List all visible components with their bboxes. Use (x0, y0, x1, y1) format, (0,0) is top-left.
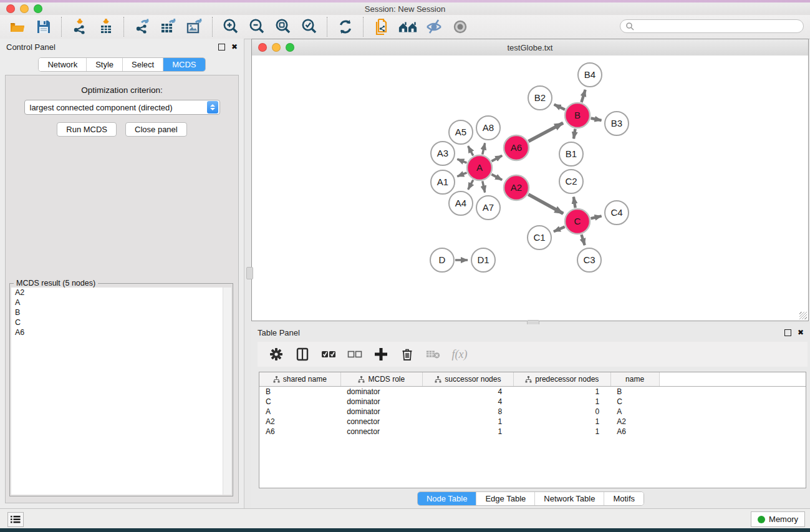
edge-A-A1[interactable] (457, 173, 466, 177)
import-table-button[interactable] (96, 17, 116, 37)
close-panel-icon[interactable]: ✖ (231, 44, 238, 50)
zoom-in-button[interactable] (221, 17, 241, 37)
table-row[interactable]: Cdominator41C (259, 397, 806, 407)
tab-motifs[interactable]: Motifs (604, 492, 644, 505)
clone-network-button[interactable] (372, 17, 392, 37)
table-cell[interactable]: 1 (513, 427, 610, 437)
edge-A-A2[interactable] (491, 174, 502, 180)
table-cell[interactable]: dominator (340, 387, 422, 397)
column-header-shared-name[interactable]: shared name (259, 372, 340, 387)
edge-C-C2[interactable] (574, 197, 576, 208)
window-resize-grip[interactable] (799, 312, 807, 319)
node-A3[interactable]: A3 (431, 142, 455, 165)
node-A2[interactable]: A2 (504, 175, 529, 200)
zoom-selected-button[interactable] (299, 17, 319, 37)
column-header-MCDS-role[interactable]: MCDS role (340, 372, 422, 387)
node-C4[interactable]: C4 (605, 201, 629, 225)
run-mcds-button[interactable]: Run MCDS (57, 122, 117, 137)
node-B2[interactable]: B2 (528, 86, 552, 110)
node-C1[interactable]: C1 (528, 226, 551, 249)
export-network-button[interactable] (132, 17, 152, 37)
tab-select[interactable]: Select (122, 58, 163, 71)
result-list-item[interactable]: A (11, 297, 231, 307)
node-D[interactable]: D (430, 248, 454, 272)
node-D1[interactable]: D1 (471, 248, 495, 272)
table-cell[interactable]: 4 (422, 387, 513, 397)
table-cell[interactable]: 1 (513, 417, 610, 427)
edge-C-C1[interactable] (554, 227, 565, 232)
vertical-splitter-handle[interactable] (246, 267, 253, 279)
table-cell[interactable]: A2 (610, 417, 659, 427)
node-B[interactable]: B (565, 103, 590, 128)
table-cell[interactable]: A (259, 407, 340, 417)
table-cell[interactable]: A2 (259, 417, 340, 427)
edge-B-B3[interactable] (591, 118, 602, 120)
home-button[interactable] (398, 17, 418, 37)
node-A[interactable]: A (467, 155, 492, 180)
node-A6[interactable]: A6 (504, 135, 529, 160)
column-header-successor-nodes[interactable]: successor nodes (422, 372, 513, 387)
show-columns-button[interactable] (295, 347, 310, 362)
save-session-button[interactable] (34, 17, 54, 37)
table-cell[interactable]: 1 (513, 397, 610, 407)
float-panel-icon[interactable] (218, 44, 225, 51)
table-cell[interactable]: C (259, 397, 340, 407)
network-graph[interactable]: AA1A2A3A4A5A6A7A8BB1B2B3B4CC1C2C3C4DD1 (252, 56, 808, 321)
delete-column-button[interactable] (400, 347, 415, 362)
table-cell[interactable]: B (610, 387, 659, 397)
delete-table-button[interactable] (426, 347, 441, 362)
node-C3[interactable]: C3 (577, 248, 601, 272)
node-A8[interactable]: A8 (476, 116, 500, 140)
result-list-item[interactable]: A6 (11, 327, 231, 337)
table-row[interactable]: Adominator80A (259, 407, 806, 417)
zoom-out-button[interactable] (247, 17, 267, 37)
table-cell[interactable]: dominator (340, 397, 422, 407)
table-cell[interactable]: 0 (513, 407, 610, 417)
node-A7[interactable]: A7 (476, 196, 500, 220)
result-list-item[interactable]: B (11, 307, 231, 317)
export-image-button[interactable] (185, 17, 205, 37)
edge-B-B1[interactable] (574, 129, 576, 139)
table-close-panel-icon[interactable]: ✖ (798, 330, 804, 336)
edge-B-B2[interactable] (554, 105, 565, 110)
mcds-result-list[interactable]: A2ABCA6 (11, 288, 231, 495)
result-scrollbar[interactable] (223, 288, 231, 495)
node-B4[interactable]: B4 (578, 63, 602, 87)
table-float-panel-icon[interactable] (784, 329, 791, 336)
node-table-grid[interactable]: shared nameMCDS rolesuccessor nodesprede… (259, 372, 806, 437)
edge-C-C3[interactable] (581, 235, 584, 245)
export-table-button[interactable] (158, 17, 178, 37)
table-cell[interactable]: A (610, 407, 659, 417)
table-cell[interactable]: dominator (340, 407, 422, 417)
edge-A2-C[interactable] (528, 195, 563, 214)
tab-node-table[interactable]: Node Table (418, 492, 476, 505)
edge-A-A7[interactable] (483, 181, 485, 192)
edge-A-A6[interactable] (491, 155, 502, 161)
show-panels-button[interactable] (7, 512, 24, 527)
table-cell[interactable]: 4 (422, 397, 513, 407)
tab-network[interactable]: Network (39, 58, 86, 71)
table-cell[interactable]: C (610, 397, 659, 407)
table-cell[interactable]: connector (340, 417, 422, 427)
edge-C-C4[interactable] (591, 216, 601, 218)
node-A1[interactable]: A1 (431, 170, 455, 194)
table-settings-button[interactable] (269, 347, 284, 362)
node-B1[interactable]: B1 (559, 142, 583, 166)
open-session-button[interactable] (7, 17, 27, 37)
select-all-button[interactable] (321, 347, 336, 362)
edge-A-A5[interactable] (468, 146, 473, 155)
refresh-button[interactable] (335, 17, 355, 37)
hide-details-button[interactable] (424, 17, 444, 37)
close-panel-button[interactable]: Close panel (125, 122, 187, 137)
node-C2[interactable]: C2 (559, 170, 583, 193)
deselect-all-button[interactable] (347, 347, 362, 362)
table-cell[interactable]: 1 (422, 427, 513, 437)
tab-style[interactable]: Style (86, 58, 122, 71)
table-cell[interactable]: B (259, 387, 340, 397)
table-row[interactable]: Bdominator41B (259, 387, 806, 397)
table-cell[interactable]: 1 (422, 417, 513, 427)
table-cell[interactable]: 8 (422, 407, 513, 417)
edge-A-A3[interactable] (457, 159, 466, 163)
node-C[interactable]: C (565, 209, 590, 234)
eye-button[interactable] (450, 17, 470, 37)
